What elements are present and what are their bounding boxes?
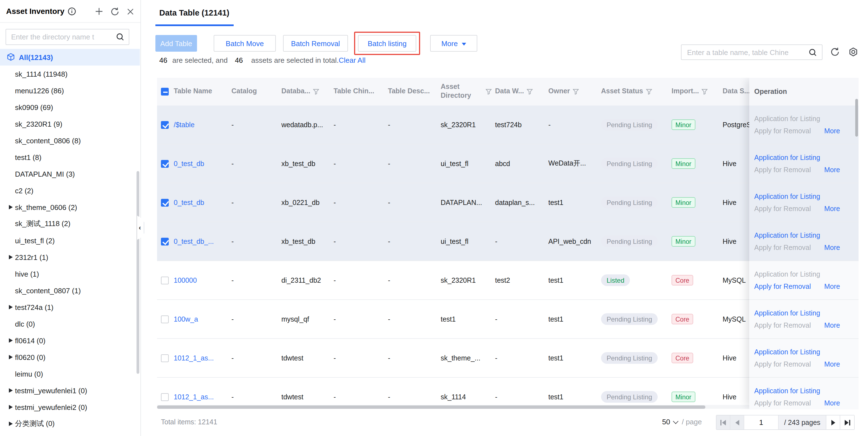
sidebar-item[interactable]: fl0614 (0) — [0, 332, 140, 349]
sidebar-item[interactable]: testmi_yewufenlei1 (0) — [0, 382, 140, 399]
table-search-input[interactable] — [682, 48, 809, 56]
application-for-listing-link[interactable]: Application for Listing — [754, 154, 820, 162]
application-for-listing-link[interactable]: Application for Listing — [754, 348, 820, 356]
horizontal-scrollbar-thumb[interactable] — [157, 405, 705, 408]
expand-caret-icon[interactable] — [9, 338, 13, 343]
row-checkbox[interactable] — [161, 315, 169, 323]
sidebar-item[interactable]: dlc (0) — [0, 316, 140, 332]
column-settings-gear-icon[interactable] — [848, 47, 858, 57]
filter-funnel-icon[interactable] — [699, 89, 708, 95]
clear-all-link[interactable]: Clear All — [339, 56, 366, 64]
more-actions-link[interactable]: More — [824, 322, 840, 329]
expand-caret-icon[interactable] — [9, 255, 13, 259]
row-checkbox[interactable] — [161, 237, 169, 245]
apply-for-removal-link[interactable]: Apply for Removal — [754, 127, 811, 135]
expand-caret-icon[interactable] — [9, 355, 13, 359]
row-checkbox[interactable] — [161, 199, 169, 206]
more-actions-link[interactable]: More — [824, 360, 840, 368]
sidebar-item[interactable]: sk_content_0806 (8) — [0, 132, 140, 149]
tab-data-table[interactable]: Data Table (12141) — [159, 8, 229, 18]
sidebar-item[interactable]: menu1226 (86) — [0, 82, 140, 99]
refresh-table-icon[interactable] — [830, 47, 840, 57]
table-name-link[interactable]: 100w_a — [174, 315, 198, 323]
sidebar-item[interactable]: fl0620 (0) — [0, 349, 140, 366]
batch-removal-button[interactable]: Batch Removal — [283, 35, 348, 52]
more-actions-link[interactable]: More — [824, 244, 840, 252]
row-checkbox[interactable] — [161, 354, 169, 362]
apply-for-removal-link[interactable]: Apply for Removal — [754, 166, 811, 174]
first-page-button[interactable] — [716, 415, 731, 429]
sidebar-item[interactable]: ui_test_fl (2) — [0, 232, 140, 249]
batch-move-button[interactable]: Batch Move — [214, 35, 276, 52]
current-page-input[interactable]: 1 — [744, 415, 779, 429]
expand-caret-icon[interactable] — [9, 422, 13, 426]
sidebar-item[interactable]: 分类测试 (0) — [0, 415, 140, 432]
application-for-listing-link[interactable]: Application for Listing — [754, 309, 820, 317]
apply-for-removal-link[interactable]: Apply for Removal — [754, 283, 811, 290]
application-for-listing-link[interactable]: Application for Listing — [754, 232, 820, 239]
application-for-listing-link[interactable]: Application for Listing — [754, 270, 820, 278]
sidebar-item[interactable]: leimu (0) — [0, 366, 140, 382]
table-name-link[interactable]: /$table — [174, 121, 194, 128]
table-name-link[interactable]: 0_test_db — [174, 160, 204, 168]
add-table-button[interactable]: Add Table — [155, 35, 197, 52]
apply-for-removal-link[interactable]: Apply for Removal — [754, 244, 811, 252]
expand-caret-icon[interactable] — [9, 405, 13, 409]
sidebar-item[interactable]: sk_theme_0606 (2) — [0, 199, 140, 215]
apply-for-removal-link[interactable]: Apply for Removal — [754, 399, 811, 407]
page-size-select[interactable]: 50 / page — [662, 418, 702, 426]
sidebar-item[interactable]: hive (1) — [0, 265, 140, 282]
table-name-link[interactable]: 0_test_db_... — [174, 237, 214, 245]
add-directory-icon[interactable] — [95, 7, 103, 16]
filter-funnel-icon[interactable] — [570, 89, 579, 95]
close-icon[interactable] — [127, 7, 134, 15]
sidebar-scrollbar[interactable] — [136, 171, 139, 374]
sidebar-item[interactable]: test724a (1) — [0, 299, 140, 316]
next-page-button[interactable] — [826, 415, 840, 429]
application-for-listing-link[interactable]: Application for Listing — [754, 387, 820, 395]
sidebar-item[interactable]: sk0909 (69) — [0, 99, 140, 116]
application-for-listing-link[interactable]: Application for Listing — [754, 193, 820, 201]
sidebar-item[interactable]: testmi_yewufenlei2 (0) — [0, 399, 140, 415]
sidebar-item[interactable]: DATAPLAN_MI (3) — [0, 166, 140, 182]
expand-caret-icon[interactable] — [9, 205, 13, 209]
sidebar-item[interactable]: sk_content_0807 (1) — [0, 282, 140, 299]
more-actions-link[interactable]: More — [824, 283, 840, 290]
more-button[interactable]: More — [430, 35, 477, 52]
more-actions-link[interactable]: More — [824, 205, 840, 213]
more-actions-link[interactable]: More — [824, 127, 840, 135]
more-actions-link[interactable]: More — [824, 399, 840, 407]
sidebar-item[interactable]: sk_测试_1118 (2) — [0, 215, 140, 232]
expand-caret-icon[interactable] — [9, 305, 13, 309]
last-page-button[interactable] — [840, 415, 854, 429]
sidebar-item[interactable]: sk_1114 (11948) — [0, 65, 140, 82]
table-name-link[interactable]: 1012_1_as... — [174, 393, 214, 401]
vertical-scrollbar[interactable] — [855, 99, 858, 137]
table-name-link[interactable]: 100000 — [174, 276, 197, 284]
select-all-checkbox[interactable] — [161, 88, 169, 95]
sidebar-item[interactable]: test1 (8) — [0, 149, 140, 166]
sidebar-item[interactable]: 2312r1 (1) — [0, 249, 140, 265]
prev-page-button[interactable] — [731, 415, 744, 429]
row-checkbox[interactable] — [161, 160, 169, 168]
filter-funnel-icon[interactable] — [524, 89, 533, 95]
row-checkbox[interactable] — [161, 393, 169, 401]
batch-listing-button[interactable]: Batch listing — [358, 35, 416, 52]
row-checkbox[interactable] — [161, 121, 169, 128]
sidebar-item[interactable]: c2 (2) — [0, 182, 140, 199]
expand-caret-icon[interactable] — [9, 388, 13, 393]
more-actions-link[interactable]: More — [824, 166, 840, 174]
table-name-link[interactable]: 0_test_db — [174, 199, 204, 206]
apply-for-removal-link[interactable]: Apply for Removal — [754, 360, 811, 368]
filter-funnel-icon[interactable] — [643, 89, 652, 95]
sidebar-item[interactable]: sk_2320R1 (9) — [0, 116, 140, 132]
sidebar-search-input[interactable] — [6, 33, 116, 41]
sidebar-item[interactable]: All(12143) — [0, 49, 140, 65]
filter-funnel-icon[interactable] — [483, 89, 492, 95]
apply-for-removal-link[interactable]: Apply for Removal — [754, 205, 811, 213]
application-for-listing-link[interactable]: Application for Listing — [754, 115, 820, 123]
filter-funnel-icon[interactable] — [310, 89, 319, 95]
info-icon[interactable] — [68, 7, 76, 15]
refresh-icon[interactable] — [111, 7, 119, 16]
table-name-link[interactable]: 1012_1_as... — [174, 354, 214, 362]
